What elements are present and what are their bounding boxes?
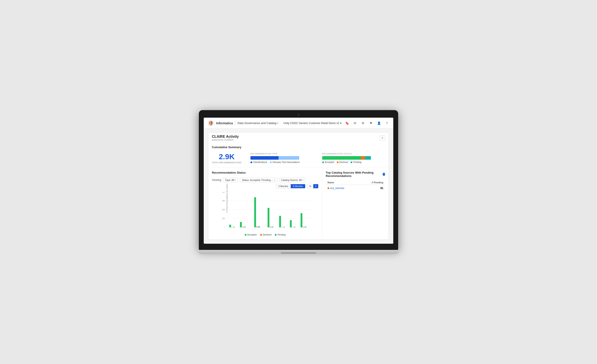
svg-rect-18 xyxy=(233,227,235,227)
top-nav: Informatica Data Governance and Catalog … xyxy=(204,118,393,129)
top-catalog-info-icon[interactable]: i xyxy=(383,173,385,176)
catalog-source-name[interactable]: ora_hermes xyxy=(328,187,358,190)
laptop-base xyxy=(199,250,398,254)
top-catalog-title: Top Catalog Sources With Pending Recomme… xyxy=(326,171,385,178)
chart-legend: Accepted Declined Pending xyxy=(212,234,318,236)
claire-subtitle: powered by CLAIRE® xyxy=(212,139,239,141)
workspace-selector[interactable]: Unity CDGC Generic Customer Retail Demo … xyxy=(283,122,341,125)
total-recommendations-label: TOTAL RECOMMENDATIONS xyxy=(212,161,242,164)
svg-text:200: 200 xyxy=(222,209,225,211)
legend-item-declined: Declined xyxy=(337,161,348,163)
flag-icon[interactable]: ⚑ xyxy=(368,120,374,126)
rec-status-legend: Accepted Declined Pending xyxy=(322,161,385,163)
source-filter-dropdown[interactable]: Catalog Source: All ▾ xyxy=(279,178,306,182)
percent-view-button[interactable]: % xyxy=(307,184,313,188)
claire-panel: CLAIRE Activity powered by CLAIRE® × Cum… xyxy=(208,132,389,240)
top-catalog-panel: Top Catalog Sources With Pending Recomme… xyxy=(322,167,389,240)
glossary-dot xyxy=(270,161,272,163)
6-months-button[interactable]: 6 Months xyxy=(291,184,305,188)
accepted-label: Accepted xyxy=(325,161,334,163)
svg-rect-34 xyxy=(300,213,302,227)
svg-rect-25 xyxy=(267,208,269,227)
col-name-header: Name xyxy=(326,180,360,185)
svg-rect-32 xyxy=(292,227,294,227)
close-button[interactable]: × xyxy=(380,135,385,141)
cumulative-section-title: Cumulative Summary xyxy=(212,145,385,149)
total-recommendations-block: 2.9K TOTAL RECOMMENDATIONS xyxy=(212,152,242,164)
rec-type-dark-segment xyxy=(251,156,279,160)
product-name-label: Data Governance and Catalog xyxy=(237,121,276,125)
svg-rect-26 xyxy=(269,227,271,227)
claire-title: CLAIRE Activity xyxy=(212,135,239,139)
camera xyxy=(298,114,299,116)
svg-rect-16 xyxy=(229,225,231,227)
svg-text:300: 300 xyxy=(222,200,225,202)
viewing-label: Viewing xyxy=(212,178,221,182)
catalog-table-body: ora_hermes 91 xyxy=(326,185,385,191)
y-axis-label: # of Recommendations by Status xyxy=(226,183,228,213)
nav-icons: 🔖 ✉ ⧉ ⚑ 👤 ? xyxy=(344,120,390,126)
table-row: ora_hermes 91 xyxy=(326,185,385,191)
workspace-label: Unity CDGC Generic Customer Retail Demo … xyxy=(283,122,339,125)
chart-legend-accepted: Accepted xyxy=(245,234,257,236)
type-filter-dropdown[interactable]: Type: All ▾ xyxy=(223,178,238,182)
rec-type-bar xyxy=(251,156,299,160)
type-filter-label: Type: All xyxy=(225,179,234,181)
status-filter-label: Status: Accepted, Pending,... xyxy=(242,179,273,181)
svg-rect-20 xyxy=(242,227,244,227)
workspace-chevron-icon: ▾ xyxy=(340,122,341,125)
svg-text:400: 400 xyxy=(222,192,225,193)
svg-rect-28 xyxy=(279,216,281,227)
cumulative-content: 2.9K TOTAL RECOMMENDATIONS RECOMMENDATIO… xyxy=(212,152,385,164)
accepted-dot xyxy=(322,161,324,163)
rec-status-bar-label: RECOMMENDATION STATUS xyxy=(322,152,385,155)
pending-dot xyxy=(351,161,352,163)
content-area: CLAIRE Activity powered by CLAIRE® × Cum… xyxy=(204,129,393,244)
source-filter-chevron-icon: ▾ xyxy=(302,179,304,181)
rec-status-chart-panel: Recommendation Status Viewing Type: All … xyxy=(208,167,322,240)
type-filter-chevron-icon: ▾ xyxy=(235,179,236,181)
source-filter-label: Catalog Source: All xyxy=(281,179,302,181)
rec-type-legend: Classifications Glossary Term Associatio… xyxy=(251,161,313,163)
copy-icon[interactable]: ⧉ xyxy=(360,120,366,126)
legend-item-glossary: Glossary Term Associations xyxy=(270,161,300,163)
svg-rect-17 xyxy=(231,227,233,227)
source-status-dot xyxy=(328,187,329,189)
chart-accepted-dot xyxy=(245,234,246,236)
nav-product[interactable]: Data Governance and Catalog ▾ xyxy=(237,121,278,125)
glossary-label: Glossary Term Associations xyxy=(273,161,300,163)
informatica-logo-icon xyxy=(207,120,214,127)
status-filter-dropdown[interactable]: Status: Accepted, Pending,... ▾ xyxy=(240,178,277,182)
rec-type-label: RECOMMENDATION TYPE xyxy=(251,152,313,155)
svg-rect-21 xyxy=(244,227,246,227)
count-view-button[interactable]: # xyxy=(313,184,318,188)
catalog-table-header: Name # Pending xyxy=(326,180,385,185)
total-recommendations-number: 2.9K xyxy=(212,152,242,161)
screen: Informatica Data Governance and Catalog … xyxy=(204,118,393,244)
claire-header: CLAIRE Activity powered by CLAIRE® × xyxy=(208,132,389,142)
user-icon[interactable]: 👤 xyxy=(376,120,382,126)
svg-text:0: 0 xyxy=(224,226,225,227)
chart-declined-label: Declined xyxy=(263,234,271,236)
svg-rect-35 xyxy=(302,227,304,227)
status-accepted-segment xyxy=(322,156,361,160)
chart-legend-declined: Declined xyxy=(260,234,271,236)
source-name-link: ora_hermes xyxy=(330,187,344,190)
lower-section: Recommendation Status Viewing Type: All … xyxy=(208,167,389,240)
declined-label: Declined xyxy=(339,161,348,163)
pending-count-cell: 91 xyxy=(360,185,385,191)
chart-area: # of Recommendations by Status xyxy=(219,192,318,232)
cumulative-summary-section: Cumulative Summary 2.9K TOTAL RECOMMENDA… xyxy=(208,142,389,167)
chart-legend-pending: Pending xyxy=(275,234,286,236)
nav-separator xyxy=(235,121,235,125)
chart-declined-dot xyxy=(260,234,262,236)
col-pending-header: # Pending xyxy=(360,180,385,185)
bookmark-icon[interactable]: 🔖 xyxy=(344,120,350,126)
classifications-dot xyxy=(251,161,252,163)
3-months-button[interactable]: 3 Months xyxy=(276,184,291,188)
inbox-icon[interactable]: ✉ xyxy=(352,120,358,126)
status-pending-segment xyxy=(365,156,371,160)
time-toggle: 3 Months 6 Months xyxy=(276,184,306,188)
help-icon[interactable]: ? xyxy=(384,120,390,126)
svg-rect-23 xyxy=(256,227,258,227)
